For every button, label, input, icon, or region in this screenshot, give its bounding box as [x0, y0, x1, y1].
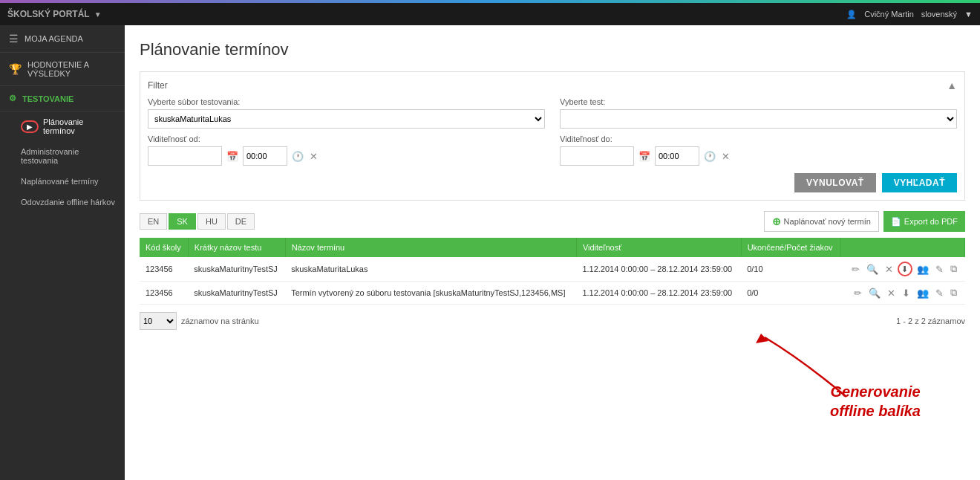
- offline-package-icon-2[interactable]: ⬇: [900, 287, 912, 299]
- vid-od-time[interactable]: [243, 146, 287, 166]
- edit2-icon-1[interactable]: ✎: [933, 263, 946, 276]
- plan-new-button[interactable]: ⊕ Naplánovať nový termín: [764, 211, 879, 232]
- filter-row-2: Viditeľnosť od: 📅 🕐 ✕ Viditeľnosť do: 📅: [148, 134, 957, 166]
- vid-do-input-row: 📅 🕐 ✕: [560, 146, 957, 166]
- close-icon-2[interactable]: ✕: [885, 287, 898, 299]
- table-row: 123456 skuskaMaturitnyTestSJ skuskaMatur…: [140, 257, 965, 282]
- vid-do-time[interactable]: [655, 146, 699, 166]
- col-header-ukoncene: Ukončené/Počet žiakov: [741, 238, 840, 257]
- row-actions-1: ✏ 🔍 ✕ ⬇ 👥 ✎ ⧉: [847, 262, 959, 276]
- plan-button-label: Naplánovať nový termín: [784, 217, 871, 226]
- search-button[interactable]: VYHĽADAŤ: [882, 173, 957, 192]
- cell-kod-1: 123456: [140, 257, 188, 282]
- col-header-viditelnost: Viditeľnosť: [576, 238, 741, 257]
- sidebar-section-testovanie[interactable]: ⚙ TESTOVANIE: [0, 86, 125, 111]
- sidebar-label-moja-agenda: MOJA AGENDA: [24, 34, 83, 43]
- vid-od-clear-icon[interactable]: ✕: [308, 149, 319, 163]
- edit2-icon-2[interactable]: ✎: [933, 287, 946, 299]
- filter-collapse-button[interactable]: ▲: [947, 80, 957, 91]
- brand-dropdown-arrow[interactable]: ▼: [94, 10, 102, 19]
- sidebar-item-hodnotenie[interactable]: 🏆 HODNOTENIE A VÝSLEDKY: [0, 53, 125, 86]
- annotation-line2: offline balíka: [830, 403, 921, 419]
- cell-nazov-1: skuskaMaturitaLukas: [285, 257, 576, 282]
- table-toolbar: EN SK HU DE ⊕ Naplánovať nový termín 📄 E…: [140, 211, 965, 232]
- hodnotenie-icon: 🏆: [9, 63, 22, 75]
- users-icon-2[interactable]: 👥: [915, 287, 931, 299]
- vid-do-calendar-icon[interactable]: 📅: [637, 149, 652, 163]
- planovanie-active-indicator: ▶: [21, 120, 39, 133]
- filter-label: Filter: [148, 80, 168, 91]
- cell-kratky-1: skuskaMaturitnyTestSJ: [188, 257, 285, 282]
- sidebar-label-hodnotenie: HODNOTENIE A VÝSLEDKY: [27, 60, 116, 78]
- lang-tab-sk[interactable]: SK: [169, 213, 196, 230]
- sidebar-sub-administrovanie[interactable]: Administrovanie testovania: [0, 141, 125, 171]
- sidebar-item-moja-agenda[interactable]: ☰ MOJA AGENDA: [0, 25, 125, 53]
- cell-ukoncene-2: 0/0: [741, 282, 840, 305]
- search-icon-1[interactable]: 🔍: [864, 263, 881, 276]
- col-header-kod: Kód školy: [140, 238, 188, 257]
- annotation-arrow-svg: [742, 330, 876, 404]
- export-icon: 📄: [891, 217, 901, 227]
- naplanovane-label: Naplánované termíny: [21, 177, 99, 186]
- brand-label: ŠKOLSKÝ PORTÁL: [7, 9, 90, 19]
- vid-do-date[interactable]: [560, 146, 634, 166]
- vid-do-clock-icon[interactable]: 🕐: [702, 149, 717, 163]
- col-header-kratky: Krátky názov testu: [188, 238, 285, 257]
- copy-icon-1[interactable]: ⧉: [948, 262, 959, 276]
- vid-od-clock-icon[interactable]: 🕐: [290, 149, 305, 163]
- subor-input-row: skuskaMaturitaLukas: [148, 109, 545, 129]
- user-area: 👤 Cvičný Martin slovenský ▼: [846, 10, 973, 19]
- sidebar-sub-planovanie[interactable]: ▶ Plánovanie termínov: [0, 111, 125, 141]
- svg-marker-0: [756, 334, 768, 343]
- testovanie-icon: ⚙: [9, 94, 16, 103]
- vid-od-date[interactable]: [148, 146, 222, 166]
- lang-tab-hu[interactable]: HU: [197, 213, 226, 230]
- test-label: Vyberte test:: [560, 97, 957, 106]
- sidebar-sub-odovzdanie[interactable]: Odovzdanie offline hárkov: [0, 192, 125, 213]
- table-row: 123456 skuskaMaturitnyTestSJ Termín vytv…: [140, 282, 965, 305]
- top-navbar: ŠKOLSKÝ PORTÁL ▼ 👤 Cvičný Martin slovens…: [0, 3, 980, 25]
- per-page-select[interactable]: 10 25 50: [140, 312, 177, 330]
- subor-select[interactable]: skuskaMaturitaLukas: [148, 109, 545, 129]
- vid-od-label: Viditeľnosť od:: [148, 134, 545, 143]
- filter-panel: Filter ▲ Vyberte súbor testovania: skusk…: [140, 71, 965, 201]
- table-header-row: Kód školy Krátky názov testu Názov termí…: [140, 238, 965, 257]
- lang-tab-de[interactable]: DE: [227, 213, 255, 230]
- annotation-line1: Generovanie: [830, 383, 920, 400]
- col-header-nazov: Názov termínu: [285, 238, 576, 257]
- offline-package-icon-1[interactable]: ⬇: [898, 262, 912, 276]
- col-header-actions: [841, 238, 965, 257]
- export-pdf-button[interactable]: 📄 Export do PDF: [883, 211, 965, 232]
- pagination-left: 10 25 50 záznamov na stránku: [140, 312, 259, 330]
- vid-od-calendar-icon[interactable]: 📅: [225, 149, 240, 163]
- users-icon-1[interactable]: 👥: [915, 263, 931, 276]
- filter-row-1: Vyberte súbor testovania: skuskaMaturita…: [148, 97, 957, 129]
- lang-tab-en[interactable]: EN: [140, 213, 167, 230]
- language-dropdown-arrow[interactable]: ▼: [964, 10, 973, 19]
- sidebar: ☰ MOJA AGENDA 🏆 HODNOTENIE A VÝSLEDKY ⚙ …: [0, 25, 125, 480]
- close-icon-1[interactable]: ✕: [883, 263, 895, 276]
- copy-icon-2[interactable]: ⧉: [948, 286, 959, 299]
- test-input-row: [560, 109, 957, 129]
- brand-area: ŠKOLSKÝ PORTÁL ▼: [7, 9, 102, 19]
- odovzdanie-label: Odovzdanie offline hárkov: [21, 198, 115, 207]
- test-select[interactable]: [560, 109, 957, 129]
- annotation-overlay: Generovanie offline balíka: [830, 382, 921, 421]
- edit-icon-1[interactable]: ✏: [849, 263, 862, 276]
- vid-do-clear-icon[interactable]: ✕: [720, 149, 731, 163]
- reset-button[interactable]: VYNULOVAŤ: [794, 173, 876, 192]
- data-table: Kód školy Krátky názov testu Názov termí…: [140, 238, 965, 305]
- filter-group-vid-do: Viditeľnosť do: 📅 🕐 ✕: [560, 134, 957, 166]
- cell-kod-2: 123456: [140, 282, 188, 305]
- search-icon-2[interactable]: 🔍: [866, 287, 883, 299]
- filter-actions: VYNULOVAŤ VYHĽADAŤ: [148, 173, 957, 192]
- language-selector[interactable]: slovenský: [921, 10, 957, 19]
- per-page-label: záznamov na stránku: [181, 317, 259, 325]
- lang-tabs: EN SK HU DE: [140, 213, 255, 230]
- cell-viditelnost-2: 1.12.2014 0:00:00 – 28.12.2014 23:59:00: [576, 282, 741, 305]
- sidebar-sub-naplanovane[interactable]: Naplánované termíny: [0, 171, 125, 192]
- sidebar-sub-label-planovanie: Plánovanie termínov: [43, 117, 116, 135]
- edit-icon-2[interactable]: ✏: [852, 287, 864, 299]
- username-label: Cvičný Martin: [864, 10, 914, 19]
- filter-group-subor: Vyberte súbor testovania: skuskaMaturita…: [148, 97, 545, 129]
